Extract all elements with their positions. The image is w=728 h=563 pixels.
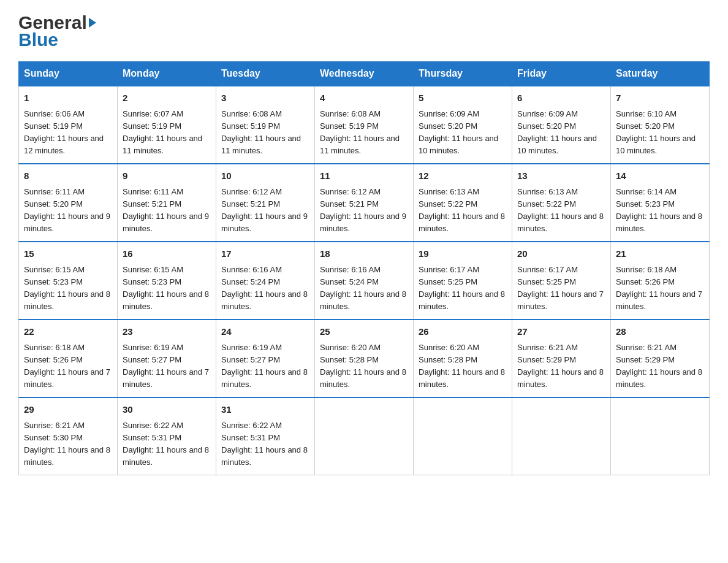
calendar-cell: 12Sunrise: 6:13 AMSunset: 5:22 PMDayligh…	[414, 164, 512, 242]
day-info: Sunrise: 6:06 AMSunset: 5:19 PMDaylight:…	[24, 108, 112, 158]
day-info: Sunrise: 6:16 AMSunset: 5:24 PMDaylight:…	[221, 264, 309, 313]
day-number: 12	[419, 169, 507, 183]
calendar-cell: 29Sunrise: 6:21 AMSunset: 5:30 PMDayligh…	[19, 397, 118, 475]
day-number: 26	[419, 325, 507, 339]
weekday-header-wednesday: Wednesday	[315, 62, 414, 86]
day-number: 6	[517, 91, 605, 105]
calendar-cell: 5Sunrise: 6:09 AMSunset: 5:20 PMDaylight…	[414, 86, 512, 164]
calendar-cell: 15Sunrise: 6:15 AMSunset: 5:23 PMDayligh…	[19, 242, 118, 320]
calendar-week-row: 15Sunrise: 6:15 AMSunset: 5:23 PMDayligh…	[19, 242, 710, 320]
day-info: Sunrise: 6:13 AMSunset: 5:22 PMDaylight:…	[517, 186, 605, 236]
day-number: 1	[24, 91, 112, 105]
calendar-cell: 19Sunrise: 6:17 AMSunset: 5:25 PMDayligh…	[414, 242, 512, 320]
logo-triangle-icon	[89, 18, 96, 28]
calendar-cell: 3Sunrise: 6:08 AMSunset: 5:19 PMDaylight…	[216, 86, 315, 164]
day-number: 24	[221, 325, 309, 339]
day-number: 29	[24, 403, 112, 417]
day-number: 2	[123, 91, 211, 105]
day-info: Sunrise: 6:09 AMSunset: 5:20 PMDaylight:…	[517, 108, 605, 158]
calendar-cell	[414, 397, 512, 475]
calendar-cell	[315, 397, 414, 475]
day-info: Sunrise: 6:12 AMSunset: 5:21 PMDaylight:…	[320, 186, 408, 236]
logo: General Blue	[18, 12, 96, 50]
calendar-cell: 20Sunrise: 6:17 AMSunset: 5:25 PMDayligh…	[512, 242, 611, 320]
weekday-header-monday: Monday	[118, 62, 216, 86]
weekday-header-tuesday: Tuesday	[216, 62, 315, 86]
day-number: 18	[320, 247, 408, 261]
calendar-cell: 10Sunrise: 6:12 AMSunset: 5:21 PMDayligh…	[216, 164, 315, 242]
day-number: 22	[24, 325, 112, 339]
calendar-cell: 31Sunrise: 6:22 AMSunset: 5:31 PMDayligh…	[216, 397, 315, 475]
page-header: General Blue	[18, 12, 710, 50]
day-info: Sunrise: 6:13 AMSunset: 5:22 PMDaylight:…	[419, 186, 507, 236]
day-info: Sunrise: 6:17 AMSunset: 5:25 PMDaylight:…	[419, 264, 507, 313]
day-number: 8	[24, 169, 112, 183]
calendar-table: SundayMondayTuesdayWednesdayThursdayFrid…	[18, 61, 710, 475]
calendar-cell: 22Sunrise: 6:18 AMSunset: 5:26 PMDayligh…	[19, 320, 118, 397]
weekday-header-row: SundayMondayTuesdayWednesdayThursdayFrid…	[19, 62, 710, 86]
day-info: Sunrise: 6:17 AMSunset: 5:25 PMDaylight:…	[517, 264, 605, 313]
day-info: Sunrise: 6:21 AMSunset: 5:29 PMDaylight:…	[616, 342, 704, 391]
calendar-cell: 1Sunrise: 6:06 AMSunset: 5:19 PMDaylight…	[19, 86, 118, 164]
calendar-cell: 24Sunrise: 6:19 AMSunset: 5:27 PMDayligh…	[216, 320, 315, 397]
calendar-cell: 7Sunrise: 6:10 AMSunset: 5:20 PMDaylight…	[611, 86, 710, 164]
calendar-cell: 9Sunrise: 6:11 AMSunset: 5:21 PMDaylight…	[118, 164, 216, 242]
calendar-cell: 11Sunrise: 6:12 AMSunset: 5:21 PMDayligh…	[315, 164, 414, 242]
day-info: Sunrise: 6:19 AMSunset: 5:27 PMDaylight:…	[221, 342, 309, 391]
day-info: Sunrise: 6:14 AMSunset: 5:23 PMDaylight:…	[616, 186, 704, 236]
day-info: Sunrise: 6:22 AMSunset: 5:31 PMDaylight:…	[221, 419, 309, 469]
day-number: 5	[419, 91, 507, 105]
day-number: 16	[123, 247, 211, 261]
day-number: 21	[616, 247, 704, 261]
day-number: 28	[616, 325, 704, 339]
day-info: Sunrise: 6:08 AMSunset: 5:19 PMDaylight:…	[320, 108, 408, 158]
day-info: Sunrise: 6:16 AMSunset: 5:24 PMDaylight:…	[320, 264, 408, 313]
weekday-header-friday: Friday	[512, 62, 611, 86]
day-info: Sunrise: 6:11 AMSunset: 5:21 PMDaylight:…	[123, 186, 211, 236]
calendar-cell: 30Sunrise: 6:22 AMSunset: 5:31 PMDayligh…	[118, 397, 216, 475]
day-info: Sunrise: 6:11 AMSunset: 5:20 PMDaylight:…	[24, 186, 112, 236]
calendar-week-row: 8Sunrise: 6:11 AMSunset: 5:20 PMDaylight…	[19, 164, 710, 242]
day-number: 7	[616, 91, 704, 105]
day-info: Sunrise: 6:19 AMSunset: 5:27 PMDaylight:…	[123, 342, 211, 391]
calendar-cell: 14Sunrise: 6:14 AMSunset: 5:23 PMDayligh…	[611, 164, 710, 242]
day-number: 15	[24, 247, 112, 261]
day-number: 19	[419, 247, 507, 261]
calendar-cell: 2Sunrise: 6:07 AMSunset: 5:19 PMDaylight…	[118, 86, 216, 164]
calendar-cell: 13Sunrise: 6:13 AMSunset: 5:22 PMDayligh…	[512, 164, 611, 242]
day-number: 9	[123, 169, 211, 183]
day-info: Sunrise: 6:10 AMSunset: 5:20 PMDaylight:…	[616, 108, 704, 158]
logo-blue-text: Blue	[18, 29, 96, 50]
day-number: 27	[517, 325, 605, 339]
day-number: 20	[517, 247, 605, 261]
calendar-week-row: 22Sunrise: 6:18 AMSunset: 5:26 PMDayligh…	[19, 320, 710, 397]
day-number: 10	[221, 169, 309, 183]
day-info: Sunrise: 6:09 AMSunset: 5:20 PMDaylight:…	[419, 108, 507, 158]
day-info: Sunrise: 6:15 AMSunset: 5:23 PMDaylight:…	[123, 264, 211, 313]
day-info: Sunrise: 6:21 AMSunset: 5:29 PMDaylight:…	[517, 342, 605, 391]
day-info: Sunrise: 6:15 AMSunset: 5:23 PMDaylight:…	[24, 264, 112, 313]
day-number: 13	[517, 169, 605, 183]
day-info: Sunrise: 6:08 AMSunset: 5:19 PMDaylight:…	[221, 108, 309, 158]
calendar-week-row: 29Sunrise: 6:21 AMSunset: 5:30 PMDayligh…	[19, 397, 710, 475]
day-info: Sunrise: 6:12 AMSunset: 5:21 PMDaylight:…	[221, 186, 309, 236]
day-info: Sunrise: 6:18 AMSunset: 5:26 PMDaylight:…	[24, 342, 112, 391]
day-number: 23	[123, 325, 211, 339]
calendar-cell: 27Sunrise: 6:21 AMSunset: 5:29 PMDayligh…	[512, 320, 611, 397]
day-info: Sunrise: 6:22 AMSunset: 5:31 PMDaylight:…	[123, 419, 211, 469]
day-number: 17	[221, 247, 309, 261]
day-info: Sunrise: 6:20 AMSunset: 5:28 PMDaylight:…	[419, 342, 507, 391]
calendar-cell: 8Sunrise: 6:11 AMSunset: 5:20 PMDaylight…	[19, 164, 118, 242]
day-number: 14	[616, 169, 704, 183]
calendar-cell: 21Sunrise: 6:18 AMSunset: 5:26 PMDayligh…	[611, 242, 710, 320]
weekday-header-saturday: Saturday	[611, 62, 710, 86]
calendar-cell: 16Sunrise: 6:15 AMSunset: 5:23 PMDayligh…	[118, 242, 216, 320]
calendar-cell: 25Sunrise: 6:20 AMSunset: 5:28 PMDayligh…	[315, 320, 414, 397]
calendar-cell: 26Sunrise: 6:20 AMSunset: 5:28 PMDayligh…	[414, 320, 512, 397]
calendar-week-row: 1Sunrise: 6:06 AMSunset: 5:19 PMDaylight…	[19, 86, 710, 164]
day-number: 3	[221, 91, 309, 105]
calendar-cell: 17Sunrise: 6:16 AMSunset: 5:24 PMDayligh…	[216, 242, 315, 320]
day-info: Sunrise: 6:20 AMSunset: 5:28 PMDaylight:…	[320, 342, 408, 391]
weekday-header-thursday: Thursday	[414, 62, 512, 86]
day-number: 4	[320, 91, 408, 105]
